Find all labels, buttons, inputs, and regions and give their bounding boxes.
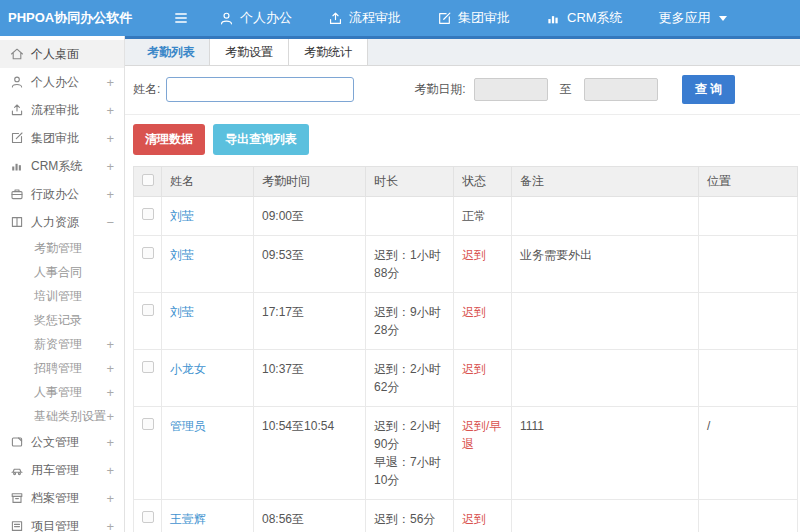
sidebar-item-project-management[interactable]: 项目管理+ [0, 512, 124, 532]
location-cell [699, 350, 798, 407]
sidebar-item-training-management[interactable]: 培训管理 [0, 284, 124, 308]
sidebar-item-salary-management[interactable]: 薪资管理+ [0, 332, 124, 356]
select-all-checkbox[interactable] [142, 174, 154, 186]
expand-plus-icon[interactable]: + [106, 519, 114, 532]
expand-plus-icon[interactable]: + [106, 159, 114, 174]
row-checkbox[interactable] [142, 247, 154, 259]
name-cell: 刘莹 [162, 236, 254, 293]
tab-attendance-statistics[interactable]: 考勤统计 [288, 39, 368, 65]
name-cell: 小龙女 [162, 350, 254, 407]
tab-attendance-settings[interactable]: 考勤设置 [209, 39, 289, 65]
sidebar-item-personal-desktop[interactable]: 个人桌面 [0, 40, 124, 68]
status-cell: 迟到 [454, 293, 512, 350]
location-cell: / [699, 407, 798, 500]
expand-plus-icon[interactable]: + [106, 75, 114, 90]
expand-plus-icon[interactable]: + [106, 187, 114, 202]
expand-plus-icon[interactable]: + [106, 491, 114, 506]
user-icon [10, 75, 24, 89]
row-checkbox[interactable] [142, 208, 154, 220]
nav-item-label: 流程审批 [349, 9, 401, 27]
sidebar-item-reward-punishment[interactable]: 奖惩记录 [0, 308, 124, 332]
table-row: 刘莹09:00至正常 [134, 197, 798, 236]
nav-item-more-apps[interactable]: 更多应用 [659, 9, 727, 27]
sidebar-item-recruitment-management[interactable]: 招聘管理+ [0, 356, 124, 380]
nav-item-crm-system[interactable]: CRM系统 [546, 9, 623, 27]
tab-attendance-list[interactable]: 考勤列表 [132, 39, 210, 65]
sidebar-item-admin-office[interactable]: 行政办公+ [0, 180, 124, 208]
row-checkbox[interactable] [142, 418, 154, 430]
duration-text: 迟到：9小时28分 [374, 303, 445, 339]
date-from-input[interactable] [474, 78, 548, 101]
date-label: 考勤日期: [414, 81, 465, 98]
nav-item-label: 更多应用 [659, 9, 711, 27]
briefcase-icon [10, 187, 24, 201]
row-checkbox[interactable] [142, 511, 154, 523]
duration-text: 迟到：2小时90分 [374, 417, 445, 453]
sidebar-item-document-management[interactable]: 公文管理+ [0, 428, 124, 456]
attendance-table: 姓名考勤时间时长状态备注位置 刘莹09:00至正常刘莹09:53至迟到：1小时8… [133, 166, 798, 532]
employee-name-link[interactable]: 刘莹 [170, 305, 194, 319]
export-list-button[interactable]: 导出查询列表 [213, 124, 309, 155]
duration-text: 迟到：56分 [374, 510, 445, 528]
clean-data-button[interactable]: 清理数据 [133, 124, 205, 155]
row-checkbox[interactable] [142, 304, 154, 316]
expand-plus-icon[interactable]: + [106, 337, 114, 352]
sidebar-item-personal-office[interactable]: 个人办公+ [0, 68, 124, 96]
sidebar-item-label: 人力资源 [31, 214, 79, 231]
sidebar-item-basic-category-settings[interactable]: 基础类别设置+ [0, 404, 124, 428]
tab-strip: 考勤列表考勤设置考勤统计 [125, 39, 800, 66]
expand-plus-icon[interactable]: + [106, 385, 114, 400]
status-cell: 迟到 [454, 500, 512, 532]
row-checkbox-cell [134, 293, 162, 350]
edit-icon [437, 11, 452, 26]
sidebar-item-workflow-approval[interactable]: 流程审批+ [0, 96, 124, 124]
row-checkbox[interactable] [142, 361, 154, 373]
employee-name-link[interactable]: 刘莹 [170, 248, 194, 262]
duration-text: 迟到：2小时62分 [374, 360, 445, 396]
process-icon [10, 103, 24, 117]
collapse-minus-icon[interactable]: − [106, 215, 114, 230]
sidebar-item-attendance-management[interactable]: 考勤管理 [0, 236, 124, 260]
expand-plus-icon[interactable]: + [106, 131, 114, 146]
note-cell [512, 350, 699, 407]
expand-plus-icon[interactable]: + [106, 103, 114, 118]
hamburger-menu-icon[interactable] [173, 10, 189, 26]
sidebar-item-label: 集团审批 [31, 130, 79, 147]
nav-item-workflow-approval[interactable]: 流程审批 [328, 9, 401, 27]
expand-plus-icon[interactable]: + [106, 409, 114, 424]
sidebar-item-label: 人事管理 [34, 384, 82, 401]
doc-icon [10, 435, 24, 449]
expand-plus-icon[interactable]: + [106, 361, 114, 376]
sidebar-item-human-resources[interactable]: 人力资源− [0, 208, 124, 236]
sidebar-item-personnel-management[interactable]: 人事管理+ [0, 380, 124, 404]
name-input[interactable] [166, 77, 354, 102]
employee-name-link[interactable]: 管理员 [170, 419, 206, 433]
sidebar-item-crm-system[interactable]: CRM系统+ [0, 152, 124, 180]
nav-item-personal-office[interactable]: 个人办公 [219, 9, 292, 27]
sidebar: 个人桌面个人办公+流程审批+集团审批+CRM系统+行政办公+人力资源−考勤管理人… [0, 36, 125, 532]
employee-name-link[interactable]: 王壹辉 [170, 512, 206, 526]
name-cell: 王壹辉 [162, 500, 254, 532]
edit-icon [10, 131, 24, 145]
employee-name-link[interactable]: 小龙女 [170, 362, 206, 376]
chart-icon [546, 11, 561, 26]
sidebar-item-archive-management[interactable]: 档案管理+ [0, 484, 124, 512]
nav-item-label: 集团审批 [458, 9, 510, 27]
main-content: 考勤列表考勤设置考勤统计 姓名: 考勤日期: 至 查 询 清理数据 导出查询列表 [125, 36, 800, 532]
row-checkbox-cell [134, 236, 162, 293]
sidebar-item-label: 个人办公 [31, 74, 79, 91]
location-cell [699, 236, 798, 293]
sidebar-item-group-approval[interactable]: 集团审批+ [0, 124, 124, 152]
employee-name-link[interactable]: 刘莹 [170, 209, 194, 223]
date-to-input[interactable] [584, 78, 658, 101]
nav-item-group-approval[interactable]: 集团审批 [437, 9, 510, 27]
expand-plus-icon[interactable]: + [106, 463, 114, 478]
sidebar-item-personnel-contract[interactable]: 人事合同 [0, 260, 124, 284]
sidebar-item-vehicle-management[interactable]: 用车管理+ [0, 456, 124, 484]
column-header: 姓名 [162, 167, 254, 197]
column-header: 状态 [454, 167, 512, 197]
expand-plus-icon[interactable]: + [106, 435, 114, 450]
archive-icon [10, 491, 24, 505]
location-cell [699, 500, 798, 532]
query-button[interactable]: 查 询 [682, 75, 735, 104]
